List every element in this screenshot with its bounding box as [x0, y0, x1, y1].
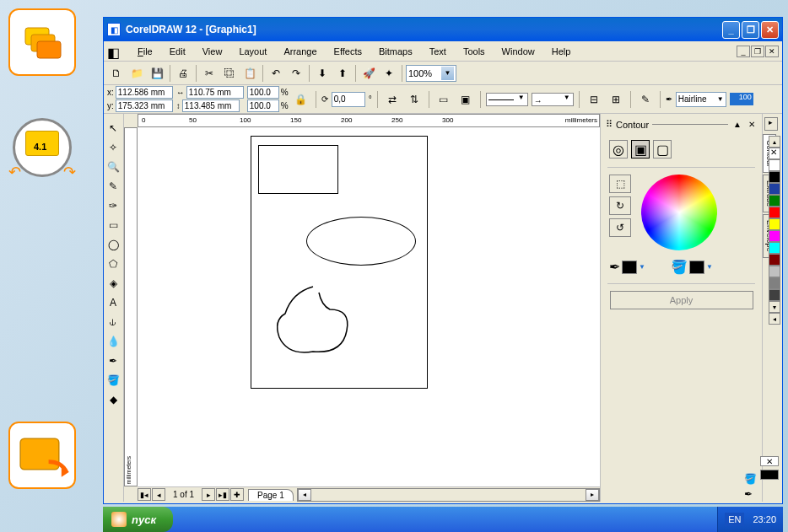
- last-page-button[interactable]: ▸▮: [216, 488, 229, 501]
- chevron-down-icon[interactable]: ▼: [441, 67, 454, 80]
- horizontal-ruler[interactable]: 0 50 100 150 200 250 300 millimeters: [138, 114, 600, 127]
- close-button[interactable]: ✕: [761, 21, 779, 39]
- palette-color-swatch[interactable]: [769, 230, 780, 242]
- no-color-swatch[interactable]: [769, 148, 780, 159]
- folder-stack-icon[interactable]: [8, 8, 76, 76]
- to-front-button[interactable]: ▣: [456, 90, 475, 109]
- menu-bitmaps[interactable]: Bitmaps: [372, 45, 419, 58]
- width-input[interactable]: [186, 86, 244, 99]
- print-button[interactable]: 🖨: [174, 64, 192, 83]
- docker-expand-button[interactable]: ▸: [764, 117, 778, 131]
- version-badge[interactable]: 4.1 ↶↷: [8, 118, 76, 185]
- wrap-button[interactable]: ▭: [434, 90, 453, 109]
- contour-to-center-button[interactable]: ◎: [609, 140, 628, 159]
- fill-tool[interactable]: 🪣: [104, 371, 122, 390]
- scale-y-input[interactable]: [247, 99, 279, 112]
- palette-color-swatch[interactable]: [769, 254, 780, 266]
- zoom-tool[interactable]: 🔍: [104, 158, 122, 176]
- start-button[interactable]: пуск: [103, 507, 173, 532]
- palette-color-swatch[interactable]: [769, 159, 780, 171]
- contour-inside-button[interactable]: ▣: [631, 140, 650, 159]
- doc-close-button[interactable]: ✕: [765, 46, 779, 57]
- folder-open-icon[interactable]: [8, 422, 76, 489]
- height-input[interactable]: [182, 99, 240, 112]
- first-page-button[interactable]: ▮◂: [138, 488, 151, 501]
- scroll-right-button[interactable]: ▸: [586, 489, 599, 501]
- outline-indicator-icon[interactable]: ✒: [744, 488, 757, 500]
- rectangle-tool[interactable]: ▭: [104, 216, 122, 234]
- menu-view[interactable]: View: [196, 45, 229, 58]
- mirror-h-button[interactable]: ⇄: [383, 90, 402, 109]
- pick-tool[interactable]: ↖: [104, 119, 122, 137]
- menu-arrange[interactable]: Arrange: [277, 45, 323, 58]
- smart-draw-tool[interactable]: ✑: [104, 196, 122, 215]
- menu-text[interactable]: Text: [423, 45, 453, 58]
- copy-button[interactable]: ⿻: [220, 64, 239, 83]
- new-button[interactable]: 🗋: [107, 64, 126, 83]
- minimize-button[interactable]: _: [722, 21, 740, 39]
- open-button[interactable]: 📁: [127, 64, 146, 83]
- outline-tool[interactable]: ✒: [104, 352, 122, 370]
- fill-indicator-icon[interactable]: 🪣: [744, 473, 757, 485]
- page[interactable]: [251, 136, 428, 389]
- next-page-button[interactable]: ▸: [202, 488, 215, 501]
- docker-grip-icon[interactable]: ⠿: [606, 119, 613, 130]
- doc-restore-button[interactable]: ❐: [751, 46, 764, 57]
- lock-ratio-button[interactable]: 🔒: [292, 90, 310, 109]
- rectangle-shape[interactable]: [258, 145, 338, 194]
- status-no-fill[interactable]: ✕: [760, 456, 779, 466]
- text-tool[interactable]: A: [104, 293, 122, 312]
- palette-flyout-button[interactable]: ◂: [769, 313, 780, 325]
- corel-online-button[interactable]: ✦: [380, 64, 398, 83]
- palette-color-swatch[interactable]: [769, 183, 780, 195]
- cut-button[interactable]: ✂: [200, 64, 219, 83]
- horizontal-scrollbar[interactable]: ◂ ▸: [297, 488, 600, 502]
- interactive-fill-tool[interactable]: ◆: [104, 390, 122, 409]
- menu-layout[interactable]: Layout: [232, 45, 273, 58]
- launch-button[interactable]: 🚀: [359, 64, 378, 83]
- blob-shape[interactable]: [267, 280, 359, 360]
- scale-x-input[interactable]: [247, 86, 279, 99]
- menu-effects[interactable]: Effects: [327, 45, 369, 58]
- color-linear-button[interactable]: ⬚: [609, 175, 631, 193]
- outline-combo[interactable]: Hairline▼: [676, 92, 726, 107]
- undo-button[interactable]: ↶: [267, 64, 285, 83]
- export-button[interactable]: ⬆: [333, 64, 352, 83]
- docker-collapse-button[interactable]: ▲: [731, 120, 743, 129]
- palette-color-swatch[interactable]: [769, 277, 780, 289]
- apply-button[interactable]: Apply: [610, 291, 753, 309]
- redo-button[interactable]: ↷: [287, 64, 305, 83]
- palette-down-button[interactable]: ▾: [769, 301, 780, 313]
- document-icon[interactable]: ◧: [107, 45, 121, 58]
- menu-window[interactable]: Window: [495, 45, 542, 58]
- ungroup-button[interactable]: ⊟: [585, 90, 603, 109]
- menu-file[interactable]: FFileile: [131, 45, 159, 58]
- canvas[interactable]: [138, 127, 600, 486]
- paste-button[interactable]: 📋: [240, 64, 259, 83]
- rotation-input[interactable]: [332, 92, 365, 107]
- ellipse-shape[interactable]: [306, 217, 416, 266]
- palette-color-swatch[interactable]: [769, 207, 780, 218]
- basic-shapes-tool[interactable]: ◈: [104, 274, 122, 293]
- palette-color-swatch[interactable]: [769, 289, 780, 301]
- doc-minimize-button[interactable]: _: [737, 46, 750, 57]
- palette-color-swatch[interactable]: [769, 266, 780, 277]
- docker-close-button[interactable]: ✕: [747, 120, 757, 129]
- restore-button[interactable]: ❐: [742, 21, 759, 39]
- scroll-left-button[interactable]: ◂: [298, 489, 311, 501]
- color-ccw-button[interactable]: ↺: [609, 218, 631, 237]
- language-indicator[interactable]: EN: [725, 513, 744, 526]
- vertical-ruler[interactable]: millimeters: [124, 127, 138, 486]
- add-page-button[interactable]: ✚: [230, 488, 244, 501]
- ellipse-tool[interactable]: ◯: [104, 235, 122, 254]
- palette-color-swatch[interactable]: [769, 218, 780, 230]
- y-input[interactable]: [116, 99, 173, 112]
- outline-pct[interactable]: 100: [730, 93, 753, 105]
- menu-help[interactable]: Help: [545, 45, 578, 58]
- fill-color-swatch[interactable]: [689, 261, 704, 274]
- polygon-tool[interactable]: ⬠: [104, 255, 122, 273]
- color-cw-button[interactable]: ↻: [609, 196, 631, 215]
- palette-color-swatch[interactable]: [769, 195, 780, 207]
- menu-edit[interactable]: Edit: [163, 45, 192, 58]
- x-input[interactable]: [116, 86, 173, 99]
